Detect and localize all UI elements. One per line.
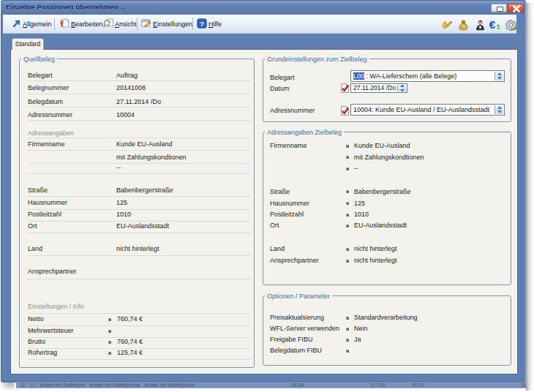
svg-text:€: €: [489, 19, 496, 31]
svg-text:?: ?: [200, 20, 204, 28]
